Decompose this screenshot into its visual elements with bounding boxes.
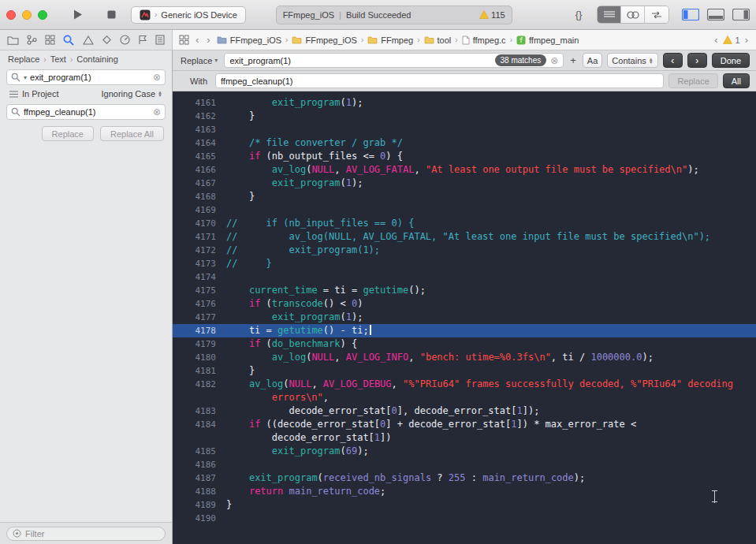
code-line[interactable]: 4180 av_log(NULL, AV_LOG_INFO, "bench: u… xyxy=(173,351,756,364)
code-line[interactable]: 4173// } xyxy=(173,257,756,270)
line-number[interactable]: 4181 xyxy=(173,364,226,378)
code-line[interactable]: 4172// exit_program(1); xyxy=(173,244,756,257)
code-line[interactable]: 4182 av_log(NULL, AV_LOG_DEBUG, "%"PRIu6… xyxy=(173,378,756,391)
code-text[interactable] xyxy=(226,458,756,471)
code-line[interactable]: 4178 ti = getutime() - ti; xyxy=(173,324,756,337)
code-text[interactable]: } xyxy=(226,498,756,512)
line-number[interactable]: 4182 xyxy=(173,378,226,391)
line-number[interactable]: 4172 xyxy=(173,244,226,257)
code-line[interactable]: 4169 xyxy=(173,203,756,217)
code-text[interactable]: if (do_benchmark) { xyxy=(226,337,756,351)
line-number[interactable]: 4179 xyxy=(173,337,226,351)
line-number[interactable]: 4169 xyxy=(173,203,226,217)
editor-search-field[interactable]: exit_program(1) 38 matches ⊗ xyxy=(224,53,564,68)
line-number[interactable]: 4162 xyxy=(173,110,226,123)
code-line[interactable]: 4168 } xyxy=(173,190,756,203)
code-line[interactable]: 4187 exit_program(received_nb_signals ? … xyxy=(173,471,756,485)
zoom-button[interactable] xyxy=(38,10,47,20)
case-sensitivity-dropdown[interactable]: Ignoring Case ▲▼ xyxy=(102,89,162,99)
code-line[interactable]: decode_error_stat[1]) xyxy=(173,431,756,445)
line-number[interactable]: 4187 xyxy=(173,471,226,485)
code-line[interactable]: 4167 exit_program(1); xyxy=(173,177,756,190)
scope-mode-dropdown[interactable]: Replace xyxy=(8,54,39,64)
clear-search-icon[interactable]: ⊗ xyxy=(153,73,161,82)
code-line[interactable]: 4176 if (transcode() < 0) xyxy=(173,297,756,311)
done-button[interactable]: Done xyxy=(712,53,750,68)
code-text[interactable]: } xyxy=(226,190,756,203)
code-text[interactable]: av_log(NULL, AV_LOG_FATAL, "At least one… xyxy=(226,163,756,177)
related-items-icon[interactable] xyxy=(179,35,189,45)
search-options-chevron-icon[interactable]: ▾ xyxy=(24,74,27,81)
code-line[interactable]: 4161 exit_program(1); xyxy=(173,96,756,110)
code-text[interactable]: current_time = ti = getutime(); xyxy=(226,284,756,297)
object-library-button[interactable]: {} xyxy=(565,6,592,24)
line-number[interactable]: 4178 xyxy=(173,324,226,337)
clear-replace-icon[interactable]: ⊗ xyxy=(153,107,161,117)
code-line[interactable]: 4175 current_time = ti = getutime(); xyxy=(173,284,756,297)
editor-replace-field[interactable]: ffmpeg_cleanup(1) xyxy=(215,73,664,88)
toggle-debug-area-button[interactable] xyxy=(707,9,724,20)
code-lines[interactable]: 4161 exit_program(1);4162 }41634164 /* f… xyxy=(173,91,756,525)
code-text[interactable]: exit_program(1); xyxy=(226,311,756,324)
line-number[interactable]: 4183 xyxy=(173,404,226,418)
replace-all-button[interactable]: Replace All xyxy=(100,126,164,141)
code-line[interactable]: 4171// av_log(NULL, AV_LOG_FATAL, "At le… xyxy=(173,230,756,244)
code-line[interactable]: 4181 } xyxy=(173,364,756,378)
scheme-selector[interactable]: › Generic iOS Device xyxy=(131,6,246,24)
code-text[interactable]: // if (nb_input_files == 0) { xyxy=(226,217,756,230)
close-button[interactable] xyxy=(6,10,16,20)
code-text[interactable] xyxy=(226,203,756,217)
line-number[interactable]: 4186 xyxy=(173,458,226,471)
code-text[interactable]: ti = getutime() - ti; xyxy=(226,324,756,337)
line-number[interactable]: 4164 xyxy=(173,136,226,150)
issue-navigator-tab[interactable] xyxy=(83,35,94,45)
find-navigator-tab[interactable] xyxy=(63,35,74,46)
scope-match-dropdown[interactable]: Containing xyxy=(76,54,118,64)
toggle-inspectors-button[interactable] xyxy=(732,9,750,20)
code-text[interactable]: // av_log(NULL, AV_LOG_FATAL, "At least … xyxy=(226,230,756,244)
code-text[interactable]: av_log(NULL, AV_LOG_DEBUG, "%"PRIu64" fr… xyxy=(226,378,756,391)
code-text[interactable]: exit_program(69); xyxy=(226,445,756,458)
scope-in-project-dropdown[interactable]: In Project xyxy=(22,89,58,99)
line-number[interactable]: 4174 xyxy=(173,270,226,284)
code-line[interactable]: 4164 /* file converter / grab */ xyxy=(173,136,756,150)
code-text[interactable] xyxy=(226,123,756,136)
code-text[interactable]: exit_program(1); xyxy=(226,177,756,190)
code-line[interactable]: 4188 return main_return_code; xyxy=(173,485,756,498)
line-number[interactable]: 4190 xyxy=(173,512,226,525)
code-line[interactable]: 4184 if ((decode_error_stat[0] + decode_… xyxy=(173,418,756,431)
source-editor[interactable]: 4161 exit_program(1);4162 }41634164 /* f… xyxy=(173,91,756,544)
next-issue-button[interactable]: › xyxy=(743,34,750,46)
editor-replace-button[interactable]: Replace xyxy=(668,73,717,88)
find-search-field[interactable]: ▾ exit_program(1) ⊗ xyxy=(6,69,166,85)
breadcrumb-item-symbol[interactable]: f ffmpeg_main xyxy=(516,35,579,45)
debug-navigator-tab[interactable] xyxy=(120,35,130,45)
line-number[interactable] xyxy=(173,431,226,445)
breadcrumb-item-project[interactable]: FFmpeg_iOS xyxy=(217,35,281,45)
replace-with-field-sidebar[interactable]: ffmpeg_cleanup(1) ⊗ xyxy=(6,104,166,120)
code-line[interactable]: 4189} xyxy=(173,498,756,512)
line-number[interactable]: 4176 xyxy=(173,297,226,311)
line-number[interactable]: 4180 xyxy=(173,351,226,364)
breadcrumb-item-group[interactable]: FFmpeg xyxy=(367,35,413,45)
code-line[interactable]: 4177 exit_program(1); xyxy=(173,311,756,324)
code-line[interactable]: 4162 } xyxy=(173,110,756,123)
symbol-navigator-tab[interactable] xyxy=(45,35,55,45)
code-text[interactable]: /* file converter / grab */ xyxy=(226,136,756,150)
line-number[interactable]: 4170 xyxy=(173,217,226,230)
breadcrumb-item-group[interactable]: FFmpeg_iOS xyxy=(292,35,356,45)
code-text[interactable]: } xyxy=(226,364,756,378)
version-editor-button[interactable] xyxy=(645,6,668,23)
replace-button[interactable]: Replace xyxy=(42,126,94,141)
code-text[interactable]: decode_error_stat[1]) xyxy=(226,431,756,445)
breadcrumb-item-group[interactable]: tool xyxy=(424,35,452,45)
warning-count-badge[interactable]: 115 xyxy=(479,10,505,20)
line-number[interactable]: 4167 xyxy=(173,177,226,190)
code-text[interactable]: exit_program(received_nb_signals ? 255 :… xyxy=(226,471,756,485)
stop-button[interactable] xyxy=(98,6,125,24)
add-pattern-button[interactable]: + xyxy=(568,54,578,66)
line-number[interactable] xyxy=(173,391,226,404)
find-previous-button[interactable]: ‹ xyxy=(663,53,683,68)
code-text[interactable]: av_log(NULL, AV_LOG_INFO, "bench: utime=… xyxy=(226,351,756,364)
scope-type-dropdown[interactable]: Text xyxy=(50,54,66,64)
